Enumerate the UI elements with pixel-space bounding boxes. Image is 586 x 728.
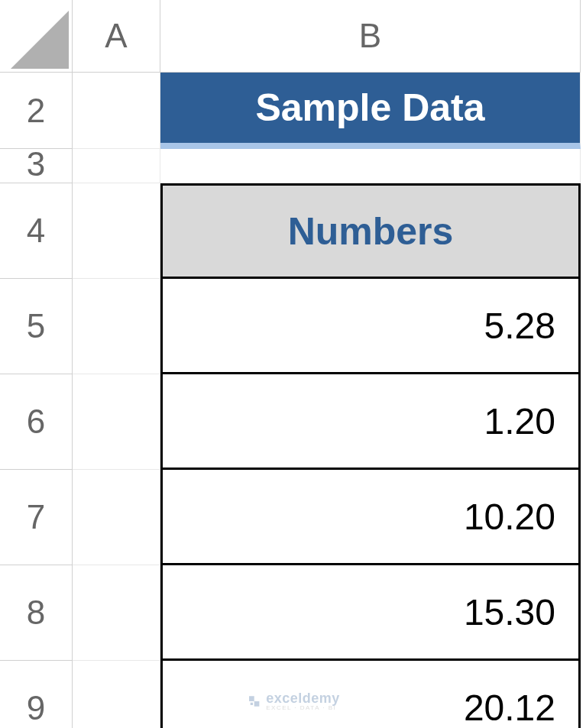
- cell-a2[interactable]: [73, 73, 160, 149]
- row-header-2[interactable]: 2: [0, 73, 73, 149]
- cell-a8[interactable]: [73, 565, 160, 661]
- data-cell-b5[interactable]: 5.28: [160, 279, 581, 374]
- cell-a9[interactable]: [73, 661, 160, 728]
- row-header-7[interactable]: 7: [0, 470, 73, 565]
- data-cell-b6[interactable]: 1.20: [160, 374, 581, 470]
- cell-a5[interactable]: [73, 279, 160, 374]
- title-cell[interactable]: Sample Data: [160, 73, 581, 149]
- column-header-b[interactable]: B: [160, 0, 581, 73]
- cell-a7[interactable]: [73, 470, 160, 565]
- spreadsheet-grid: A B 2 Sample Data 3 4 Numbers 5 5.28 6 1…: [0, 0, 586, 728]
- watermark-sub-text: EXCEL · DATA · BI: [266, 705, 340, 711]
- row-header-3[interactable]: 3: [0, 149, 73, 183]
- column-header-a[interactable]: A: [73, 0, 160, 73]
- data-cell-b7[interactable]: 10.20: [160, 470, 581, 565]
- cell-b3[interactable]: [160, 149, 581, 183]
- data-cell-b8[interactable]: 15.30: [160, 565, 581, 661]
- row-header-6[interactable]: 6: [0, 374, 73, 470]
- data-cell-b9[interactable]: 20.12: [160, 661, 581, 728]
- cell-a3[interactable]: [73, 149, 160, 183]
- watermark-main-text: exceldemy: [266, 691, 340, 705]
- watermark: exceldemy EXCEL · DATA · BI: [246, 691, 340, 711]
- table-header-cell[interactable]: Numbers: [160, 183, 581, 279]
- cell-a4[interactable]: [73, 183, 160, 279]
- row-header-8[interactable]: 8: [0, 565, 73, 661]
- logo-icon: [246, 694, 261, 709]
- row-header-9[interactable]: 9: [0, 661, 73, 728]
- select-all-corner[interactable]: [0, 0, 73, 73]
- cell-a6[interactable]: [73, 374, 160, 470]
- row-header-5[interactable]: 5: [0, 279, 73, 374]
- row-header-4[interactable]: 4: [0, 183, 73, 279]
